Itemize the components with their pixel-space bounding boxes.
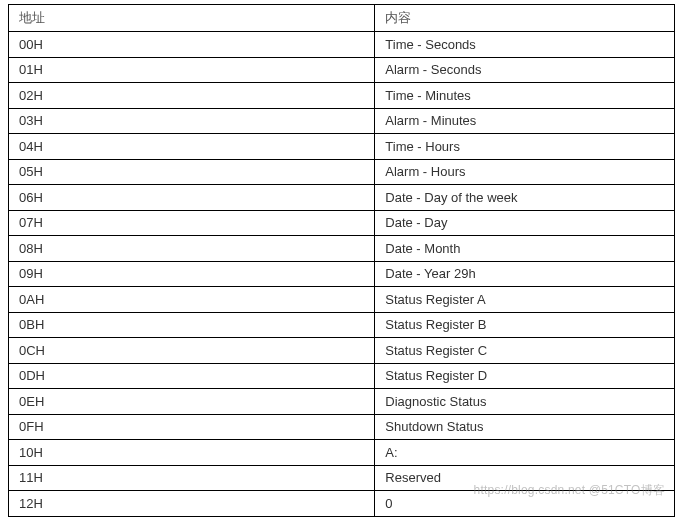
table-row: 04HTime - Hours	[9, 134, 675, 160]
cell-content: Diagnostic Status	[375, 389, 675, 415]
cell-content: Date - Day of the week	[375, 185, 675, 211]
cell-content: Status Register B	[375, 312, 675, 338]
table-row: 0BHStatus Register B	[9, 312, 675, 338]
cell-content: Date - Year 29h	[375, 261, 675, 287]
table-row: 0EHDiagnostic Status	[9, 389, 675, 415]
cell-content: Status Register D	[375, 363, 675, 389]
cell-content: Time - Minutes	[375, 83, 675, 109]
register-table: 地址 内容 00HTime - Seconds01HAlarm - Second…	[8, 4, 675, 517]
cell-address: 02H	[9, 83, 375, 109]
table-row: 07HDate - Day	[9, 210, 675, 236]
cell-address: 0BH	[9, 312, 375, 338]
table-row: 0FHShutdown Status	[9, 414, 675, 440]
cell-address: 0AH	[9, 287, 375, 313]
cell-content: Alarm - Hours	[375, 159, 675, 185]
cell-content: Time - Seconds	[375, 32, 675, 58]
table-row: 01HAlarm - Seconds	[9, 57, 675, 83]
cell-address: 07H	[9, 210, 375, 236]
table-row: 02HTime - Minutes	[9, 83, 675, 109]
cell-address: 05H	[9, 159, 375, 185]
cell-content: Alarm - Minutes	[375, 108, 675, 134]
cell-content: Date - Day	[375, 210, 675, 236]
cell-content: Alarm - Seconds	[375, 57, 675, 83]
table-row: 12H0	[9, 491, 675, 517]
table-row: 10HA:	[9, 440, 675, 466]
header-address: 地址	[9, 5, 375, 32]
cell-content: Status Register A	[375, 287, 675, 313]
table-row: 00HTime - Seconds	[9, 32, 675, 58]
header-content: 内容	[375, 5, 675, 32]
table-row: 03HAlarm - Minutes	[9, 108, 675, 134]
cell-content: 0	[375, 491, 675, 517]
cell-address: 0CH	[9, 338, 375, 364]
cell-content: Time - Hours	[375, 134, 675, 160]
table-row: 09HDate - Year 29h	[9, 261, 675, 287]
cell-address: 10H	[9, 440, 375, 466]
cell-address: 04H	[9, 134, 375, 160]
cell-address: 0EH	[9, 389, 375, 415]
cell-address: 0FH	[9, 414, 375, 440]
table-row: 0AHStatus Register A	[9, 287, 675, 313]
cell-address: 12H	[9, 491, 375, 517]
table-row: 11HReserved	[9, 465, 675, 491]
cell-content: Reserved	[375, 465, 675, 491]
cell-address: 0DH	[9, 363, 375, 389]
table-row: 0DHStatus Register D	[9, 363, 675, 389]
cell-content: Date - Month	[375, 236, 675, 262]
cell-address: 09H	[9, 261, 375, 287]
cell-address: 00H	[9, 32, 375, 58]
cell-address: 11H	[9, 465, 375, 491]
table-header-row: 地址 内容	[9, 5, 675, 32]
cell-content: Status Register C	[375, 338, 675, 364]
cell-content: Shutdown Status	[375, 414, 675, 440]
table-row: 08HDate - Month	[9, 236, 675, 262]
table-row: 06HDate - Day of the week	[9, 185, 675, 211]
cell-address: 08H	[9, 236, 375, 262]
cell-content: A:	[375, 440, 675, 466]
table-row: 05HAlarm - Hours	[9, 159, 675, 185]
cell-address: 06H	[9, 185, 375, 211]
table-row: 0CHStatus Register C	[9, 338, 675, 364]
cell-address: 03H	[9, 108, 375, 134]
cell-address: 01H	[9, 57, 375, 83]
